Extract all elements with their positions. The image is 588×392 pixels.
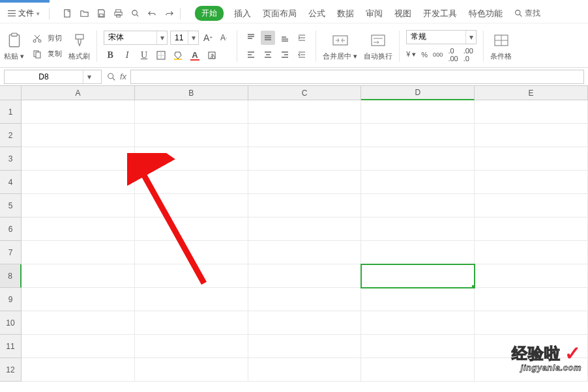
cell-A6[interactable]: [22, 217, 135, 241]
fill-color-button[interactable]: [171, 49, 184, 62]
conditional-format-button[interactable]: 条件格: [490, 31, 512, 61]
cell-E2[interactable]: [475, 124, 588, 147]
cell-B9[interactable]: [135, 288, 248, 311]
cell-A5[interactable]: [22, 194, 135, 217]
align-middle-button[interactable]: [261, 31, 275, 45]
underline-button[interactable]: U: [138, 49, 151, 62]
cell-E8[interactable]: [475, 264, 588, 288]
increase-decimal-button[interactable]: .0.00: [448, 47, 458, 63]
fx-icon[interactable]: fx: [120, 72, 126, 81]
cell-C8[interactable]: [248, 264, 362, 288]
cell-A11[interactable]: [22, 335, 135, 358]
cell-B11[interactable]: [135, 335, 248, 358]
chevron-down-icon[interactable]: ▾: [156, 31, 167, 44]
align-top-button[interactable]: [244, 31, 258, 45]
cell-A8[interactable]: [22, 264, 135, 288]
tab-view[interactable]: 视图: [393, 7, 413, 21]
wrap-text-button[interactable]: 自动换行: [364, 31, 392, 61]
currency-button[interactable]: ¥ ▾: [406, 47, 416, 63]
font-color-button[interactable]: A: [188, 49, 201, 62]
cell-A2[interactable]: [22, 124, 135, 147]
cell-E5[interactable]: [475, 194, 588, 217]
formula-input[interactable]: [131, 70, 583, 83]
cell-B8[interactable]: [135, 264, 248, 288]
tab-formula[interactable]: 公式: [307, 7, 327, 21]
row-header-11[interactable]: 11: [0, 335, 22, 358]
row-header-8[interactable]: 8: [0, 264, 22, 288]
cell-A4[interactable]: [22, 171, 135, 194]
print-icon[interactable]: [112, 8, 124, 20]
cell-C3[interactable]: [248, 147, 362, 171]
cell-A12[interactable]: [22, 358, 135, 382]
cell-B7[interactable]: [135, 241, 248, 264]
cell-C9[interactable]: [248, 288, 362, 311]
cell-D11[interactable]: [361, 335, 475, 358]
tab-start[interactable]: 开始: [195, 6, 224, 21]
col-header-E[interactable]: E: [475, 86, 588, 100]
decrease-decimal-button[interactable]: .00.0: [463, 47, 473, 63]
cell-A9[interactable]: [22, 288, 135, 311]
file-menu[interactable]: 文件 ▾: [4, 7, 44, 20]
cut-button[interactable]: 剪切: [31, 32, 62, 45]
cell-E3[interactable]: [475, 147, 588, 171]
cell-E4[interactable]: [475, 171, 588, 194]
cell-E10[interactable]: [475, 311, 588, 335]
chevron-down-icon[interactable]: ▾: [83, 70, 95, 83]
new-doc-icon[interactable]: [61, 8, 73, 20]
font-size-input[interactable]: [171, 33, 188, 42]
italic-button[interactable]: I: [121, 49, 134, 62]
tab-developer[interactable]: 开发工具: [422, 7, 458, 21]
indent-decrease-button[interactable]: [295, 48, 309, 62]
cell-E1[interactable]: [475, 100, 588, 124]
format-painter-button[interactable]: 格式刷: [68, 31, 90, 61]
align-right-button[interactable]: [278, 48, 292, 62]
row-header-4[interactable]: 4: [0, 171, 22, 194]
increase-font-button[interactable]: A+: [201, 31, 214, 44]
row-header-5[interactable]: 5: [0, 194, 22, 217]
chevron-down-icon[interactable]: ▾: [188, 31, 198, 44]
tab-data[interactable]: 数据: [336, 7, 355, 21]
paste-button[interactable]: 粘贴 ▾: [4, 31, 24, 61]
zoom-icon[interactable]: [107, 72, 116, 81]
row-header-6[interactable]: 6: [0, 217, 22, 241]
cell-D4[interactable]: [361, 171, 475, 194]
cell-C2[interactable]: [248, 124, 362, 147]
cell-E7[interactable]: [475, 241, 588, 264]
row-header-12[interactable]: 12: [0, 358, 22, 382]
tab-features[interactable]: 特色功能: [467, 7, 504, 21]
col-header-B[interactable]: B: [135, 86, 248, 100]
cell-B6[interactable]: [135, 217, 248, 241]
cell-B10[interactable]: [135, 311, 248, 335]
cell-A10[interactable]: [22, 311, 135, 335]
col-header-C[interactable]: C: [248, 86, 362, 100]
cell-B12[interactable]: [135, 358, 248, 382]
row-header-9[interactable]: 9: [0, 288, 22, 311]
cell-A7[interactable]: [22, 241, 135, 264]
indent-increase-button[interactable]: [295, 31, 309, 45]
cell-B5[interactable]: [135, 194, 248, 217]
name-box-input[interactable]: [5, 72, 83, 81]
cell-C6[interactable]: [248, 217, 362, 241]
row-header-3[interactable]: 3: [0, 147, 22, 171]
cell-D3[interactable]: [361, 147, 475, 171]
cell-D1[interactable]: [361, 100, 475, 124]
undo-icon[interactable]: [146, 8, 158, 20]
cell-A3[interactable]: [22, 147, 135, 171]
cell-B2[interactable]: [135, 124, 248, 147]
row-header-7[interactable]: 7: [0, 241, 22, 264]
name-box[interactable]: ▾: [4, 70, 102, 84]
cell-C11[interactable]: [248, 335, 362, 358]
cell-D5[interactable]: [361, 194, 475, 217]
bold-button[interactable]: B: [104, 49, 117, 62]
copy-button[interactable]: 复制: [31, 48, 62, 61]
cell-D6[interactable]: [361, 217, 475, 241]
decrease-font-button[interactable]: A-: [217, 31, 230, 44]
cell-C7[interactable]: [248, 241, 362, 264]
print-preview-icon[interactable]: [129, 8, 141, 20]
number-format-input[interactable]: [407, 33, 465, 42]
row-header-1[interactable]: 1: [0, 100, 22, 124]
cell-C12[interactable]: [248, 358, 362, 382]
comma-button[interactable]: 000: [433, 47, 443, 63]
number-format-select[interactable]: ▾: [406, 30, 477, 44]
align-center-button[interactable]: [261, 48, 275, 62]
